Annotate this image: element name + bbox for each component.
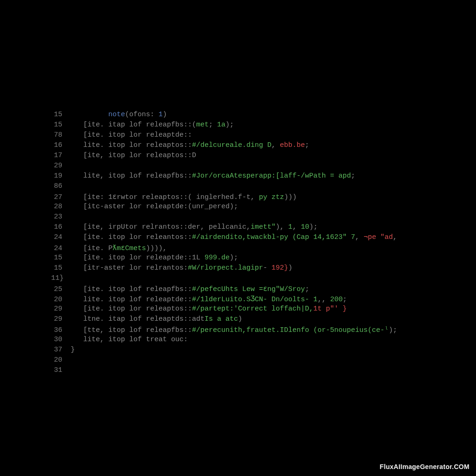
code-content[interactable]: [ite. itop lor releaptde::1L 999.de); [71,254,238,262]
token: )))), [146,245,167,252]
token: , [393,233,397,241]
code-line[interactable]: 20 [51,356,448,366]
code-line[interactable]: 31 [51,366,448,377]
token: } [71,346,75,354]
code-line[interactable]: 24 [ite. itop lor releantos::#/airdendit… [51,233,448,244]
token [71,111,108,119]
code-content[interactable]: [ite, itop lor releaptos::D [71,152,196,159]
token: lite. itop lor releaptos:: [71,141,192,149]
token: #/partept:'Correct loffach|D, [192,305,313,313]
line-number: 19 [51,172,71,180]
line-number: 20 [51,296,71,304]
code-content[interactable]: [itc-aster lor releaptde:(unr_pered); [71,203,238,211]
code-line[interactable]: 24 [ite. PƛmɛCmets)))), [51,244,448,254]
token: ebb.be [280,141,305,149]
token: , [292,223,301,231]
code-content[interactable]: [ite. itop lof releapfbs::#/pefecUhts Le… [71,284,309,293]
code-content[interactable]: [tte, itop lof releapfbs::#/perecunith,f… [71,325,397,334]
line-number: 31 [51,366,71,374]
line-number: 37 [51,346,71,354]
line-number: 11} [51,274,71,282]
line-number: 15 [51,254,71,262]
code-content[interactable]: lite, itop lof releapfbs::#Jor/orcaAtesp… [71,172,355,180]
token: [ite, itop lor releaptos::D [71,152,196,159]
code-line[interactable]: 78 [ite. itop lor releaptde:: [51,131,448,141]
code-line[interactable]: 16 lite. itop lor releaptos::#/delcureal… [51,141,448,152]
line-number: 86 [51,182,71,190]
token: , [355,233,364,241]
code-line[interactable]: 23 [51,213,448,223]
token: lite, itop lof treat ouc: [71,336,188,344]
code-editor[interactable]: 15 note(ofons: 1)15 [ite. itap lof relea… [51,111,448,377]
code-content[interactable]: [ite, irpUtor relrantos::der, pellcanic,… [71,223,317,231]
code-line[interactable]: 29 [51,162,448,172]
token: ); [309,223,317,231]
line-number: 24 [51,245,71,252]
code-line[interactable]: 17 [ite, itop lor releaptos::D [51,152,448,162]
token: 200 [330,296,343,304]
token: lite. itop lof releaptde:: [71,296,192,304]
code-line[interactable]: 15 [ite. itap lof releapfbs::(met; 1a); [51,121,448,131]
code-line[interactable]: 37} [51,346,448,356]
code-line[interactable]: 15 note(ofons: 1) [51,111,448,121]
code-line[interactable]: 11} [51,274,448,284]
token: py ztz [259,193,284,201]
token: [itr-aster lor relrantos: [71,264,188,272]
line-number: 20 [51,356,71,364]
code-content[interactable]: lite. itop lor releaptos::#/delcureale.d… [71,141,309,149]
code-line[interactable]: 15 [ite. itop lor releaptde::1L 999.de); [51,254,448,264]
line-number: 16 [51,141,71,149]
token: [ite, irpUtor relrantos::der, pellcanic, [71,223,251,231]
line-number: 29 [51,162,71,170]
token: ); [389,326,397,334]
token: ; [209,121,217,129]
token: [ite. itop lor releaptde:: [71,131,192,139]
code-line[interactable]: 27 [ite: 1ɛrwtor releaptos::( inglerhed.… [51,192,448,203]
token: met [196,121,209,129]
token: - [263,264,271,272]
code-line[interactable]: 20 lite. itop lof releaptde::#/1lderLuit… [51,295,448,305]
code-line[interactable]: 19 lite, itop lof releapfbs::#Jor/orcaAt… [51,172,448,182]
token: ), [276,223,288,231]
token: [tte, itop lof releapfbs:: [71,326,192,334]
code-content[interactable]: [itr-aster lor relrantos:#W/rlorpect.lag… [71,264,292,272]
line-number: 17 [51,152,71,159]
token: ); [230,254,238,262]
token: [itc-aster lor releaptde:(unr_pered); [71,203,238,211]
token: : [150,111,159,119]
code-content[interactable]: [ite. itap lof releapfbs::(met; 1a); [71,121,234,129]
token: [ite. P [71,245,112,252]
code-line[interactable]: 28 [itc-aster lor releaptde:(unr_pered); [51,203,448,213]
code-line[interactable]: 29 ltne. itap lof releaptds::adtIs a atc… [51,315,448,325]
code-line[interactable]: 86 [51,182,448,192]
token: [ite. itap lof releapfbs::( [71,121,196,129]
token: #W/rlorpect.lagipr [188,264,263,272]
token: #/airdendito,twackbl-py (Cap 14,1623" 7 [192,233,355,241]
code-line[interactable]: 25 [ite. itop lof releapfbs::#/pefecUhts… [51,284,448,295]
code-content[interactable]: note(ofons: 1) [71,111,167,119]
watermark-text: FluxAIImageGenerator.COM [380,463,469,470]
code-content[interactable]: [ite. itop lor releaptos::#/partept:'Cor… [71,305,347,313]
token: lite, itop lof releapfbs:: [71,172,192,180]
token: ,, [317,296,330,304]
line-number: 23 [51,213,71,221]
code-content[interactable]: [ite. itop lor releantos::#/airdendito,t… [71,233,397,241]
token: #Jor/orcaAtesperapp:[laff-/wPath = apd [192,172,351,180]
code-line[interactable]: 16 [ite, irpUtor relrantos::der, pellcan… [51,223,448,233]
code-content[interactable]: [ite. itop lor releaptde:: [71,131,192,139]
code-line[interactable]: 36 [tte, itop lof releapfbs::#/perecunit… [51,325,448,336]
code-line[interactable]: 29 [ite. itop lor releaptos::#/partept:'… [51,305,448,315]
code-content[interactable]: lite. itop lof releaptde::#/1lderLuito.S… [71,295,347,304]
token: ltne. itap lof releaptds::adt [71,315,205,323]
code-content[interactable]: [ite. PƛmɛCmets)))), [71,244,167,252]
token: ¬pe "ad [364,233,393,241]
token: 10 [301,223,309,231]
code-line[interactable]: 30 lite, itop lof treat ouc: [51,336,448,346]
code-content[interactable]: [ite: 1ɛrwtor releaptos::( inglerhed.f-t… [71,192,297,201]
code-content[interactable]: lite, itop lof treat ouc: [71,336,188,344]
code-content[interactable]: ltne. itap lof releaptds::adtIs a atc) [71,315,242,323]
code-content[interactable]: } [71,346,75,354]
token: #/perecunith,frautet.IDlenfo (or-5noupei… [192,326,389,334]
token: ) [288,264,292,272]
code-line[interactable]: 15 [itr-aster lor relrantos:#W/rlorpect.… [51,264,448,274]
